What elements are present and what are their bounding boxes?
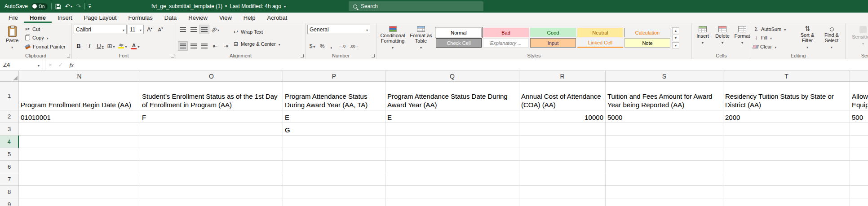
- cell-N1[interactable]: Program Enrollment Begin Date (AA): [19, 82, 140, 110]
- cell-O3[interactable]: [140, 123, 283, 136]
- number-dialog-launcher[interactable]: [372, 54, 375, 57]
- gallery-scroll-down-button[interactable]: ▼: [672, 35, 679, 41]
- cell-O1[interactable]: Student’s Enrollment Status as of the 1s…: [140, 82, 283, 110]
- column-header-t[interactable]: T: [723, 71, 850, 82]
- tab-review[interactable]: Review: [182, 13, 213, 23]
- cell-style-normal[interactable]: Normal: [436, 28, 482, 37]
- tab-file[interactable]: File: [3, 13, 24, 23]
- conditional-formatting-button[interactable]: Conditional Formatting: [378, 25, 407, 51]
- decrease-indent-button[interactable]: ⇤: [210, 41, 220, 51]
- insert-cells-button[interactable]: Insert: [694, 25, 712, 51]
- cell-R4[interactable]: [519, 136, 606, 148]
- cell-Q1[interactable]: Program Attendance Status Date During Aw…: [385, 82, 519, 110]
- find-select-button[interactable]: Find & Select: [820, 25, 843, 51]
- cell-U3[interactable]: [850, 123, 868, 136]
- cell-T7[interactable]: [723, 173, 850, 186]
- column-header-p[interactable]: P: [283, 71, 385, 82]
- cell-O2[interactable]: F: [140, 110, 283, 123]
- cell-P8[interactable]: [283, 186, 385, 198]
- cell-Q3[interactable]: [385, 123, 519, 136]
- tab-formulas[interactable]: Formulas: [123, 13, 159, 23]
- cell-S6[interactable]: [606, 161, 723, 173]
- cell-U9[interactable]: [850, 198, 868, 206]
- percent-style-button[interactable]: %: [318, 41, 326, 51]
- delete-cells-button[interactable]: Delete: [713, 25, 731, 51]
- column-header-r[interactable]: R: [519, 71, 606, 82]
- cell-P4[interactable]: [283, 136, 385, 148]
- cell-T4[interactable]: [723, 136, 850, 148]
- align-left-button[interactable]: [178, 41, 188, 51]
- font-color-button[interactable]: A: [129, 41, 141, 51]
- cancel-icon[interactable]: ×: [45, 59, 55, 70]
- name-box[interactable]: Z4: [0, 59, 43, 70]
- cell-style-neutral[interactable]: Neutral: [577, 28, 623, 37]
- cut-button[interactable]: ✂Cut: [24, 25, 66, 33]
- font-dialog-launcher[interactable]: [171, 54, 174, 57]
- column-header-o[interactable]: O: [140, 71, 283, 82]
- select-all-button[interactable]: [0, 71, 19, 82]
- font-name-select[interactable]: Calibri: [74, 25, 127, 34]
- cell-O5[interactable]: [140, 148, 283, 161]
- row-header-4[interactable]: 4: [0, 136, 19, 148]
- undo-button[interactable]: ↶▾: [65, 3, 72, 9]
- tab-insert[interactable]: Insert: [52, 13, 78, 23]
- format-cells-button[interactable]: Format: [733, 25, 751, 51]
- cell-S8[interactable]: [606, 186, 723, 198]
- document-title[interactable]: fvt_ge_submittal_template (1) • Last Mod…: [151, 3, 286, 9]
- align-bottom-button[interactable]: [199, 25, 209, 34]
- cell-style-calculation[interactable]: Calculation: [624, 28, 670, 37]
- tab-home[interactable]: Home: [24, 13, 52, 23]
- cell-S9[interactable]: [606, 198, 723, 206]
- column-header-s[interactable]: S: [606, 71, 723, 82]
- cell-N3[interactable]: [19, 123, 140, 136]
- cell-R5[interactable]: [519, 148, 606, 161]
- clipboard-dialog-launcher[interactable]: [67, 54, 70, 57]
- cell-T6[interactable]: [723, 161, 850, 173]
- align-top-button[interactable]: [178, 25, 188, 34]
- fill-color-button[interactable]: [117, 41, 128, 51]
- underline-button[interactable]: U: [95, 41, 105, 51]
- cell-U4[interactable]: [850, 136, 868, 148]
- sensitivity-button[interactable]: Sensitivity: [847, 25, 868, 51]
- formula-input[interactable]: [77, 59, 868, 70]
- cell-O9[interactable]: [140, 198, 283, 206]
- cell-O7[interactable]: [140, 173, 283, 186]
- cell-T1[interactable]: Residency Tuition Status by State or Dis…: [723, 82, 850, 110]
- cell-U5[interactable]: [850, 148, 868, 161]
- column-header-n[interactable]: N: [19, 71, 140, 82]
- cell-N6[interactable]: [19, 161, 140, 173]
- cell-U7[interactable]: [850, 173, 868, 186]
- borders-button[interactable]: ⊞: [106, 41, 116, 51]
- decrease-decimal-button[interactable]: .00→: [349, 41, 360, 51]
- cell-T3[interactable]: [723, 123, 850, 136]
- cell-P6[interactable]: [283, 161, 385, 173]
- alignment-dialog-launcher[interactable]: [301, 54, 304, 57]
- cell-T2[interactable]: 2000: [723, 110, 850, 123]
- cell-T5[interactable]: [723, 148, 850, 161]
- cell-P7[interactable]: [283, 173, 385, 186]
- tab-data[interactable]: Data: [159, 13, 182, 23]
- cell-N2[interactable]: 01010001: [19, 110, 140, 123]
- orientation-button[interactable]: ab: [210, 25, 220, 34]
- cell-R7[interactable]: [519, 173, 606, 186]
- cell-Q5[interactable]: [385, 148, 519, 161]
- cell-T8[interactable]: [723, 186, 850, 198]
- cell-U2[interactable]: 500: [850, 110, 868, 123]
- cell-Q4[interactable]: [385, 136, 519, 148]
- enter-icon[interactable]: ✓: [55, 59, 66, 70]
- copy-button[interactable]: Copy: [24, 34, 66, 42]
- row-header-8[interactable]: 8: [0, 186, 19, 198]
- format-as-table-button[interactable]: Format as Table: [408, 25, 434, 51]
- cell-N7[interactable]: [19, 173, 140, 186]
- bold-button[interactable]: B: [74, 41, 84, 51]
- cell-S7[interactable]: [606, 173, 723, 186]
- cell-R8[interactable]: [519, 186, 606, 198]
- autosum-button[interactable]: ΣAutoSum: [753, 25, 794, 33]
- gallery-scroll-up-button[interactable]: ▲: [672, 27, 679, 34]
- cell-N9[interactable]: [19, 198, 140, 206]
- cell-Q9[interactable]: [385, 198, 519, 206]
- cell-O8[interactable]: [140, 186, 283, 198]
- cell-S1[interactable]: Tuition and Fees Amount for Award Year b…: [606, 82, 723, 110]
- tab-view[interactable]: View: [213, 13, 238, 23]
- paste-button[interactable]: Paste: [2, 25, 22, 51]
